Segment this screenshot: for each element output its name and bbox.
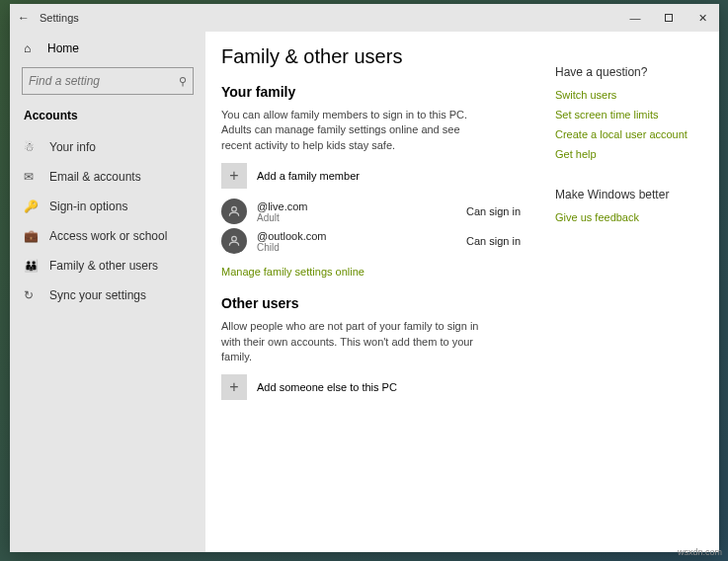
sidebar-item-signin-options[interactable]: 🔑 Sign-in options: [10, 192, 205, 221]
sidebar-item-email-accounts[interactable]: ✉ Email & accounts: [10, 162, 205, 192]
home-label: Home: [47, 41, 79, 55]
avatar-icon: [221, 228, 247, 254]
maximize-button[interactable]: [652, 4, 686, 32]
search-icon: ⚲: [179, 75, 187, 88]
content: Family & other users Your family You can…: [221, 45, 555, 538]
sidebar-item-family-other-users[interactable]: 👪 Family & other users: [10, 251, 205, 280]
help-panel: Have a question? Switch users Set screen…: [555, 45, 703, 538]
main-area: Family & other users Your family You can…: [205, 32, 719, 552]
other-users-desc: Allow people who are not part of your fa…: [221, 319, 488, 364]
family-member-row[interactable]: @outlook.com Child Can sign in: [221, 228, 545, 254]
key-icon: 🔑: [24, 200, 38, 213]
have-question-heading: Have a question?: [555, 65, 703, 79]
add-other-user-button[interactable]: + Add someone else to this PC: [221, 374, 545, 400]
svg-point-1: [232, 237, 237, 242]
member-info: @outlook.com Child: [257, 230, 466, 253]
plus-icon: +: [221, 163, 247, 189]
your-family-heading: Your family: [221, 84, 545, 100]
member-status: Can sign in: [466, 205, 545, 217]
body: ⌂ Home ⚲ Accounts ☃ Your info ✉ Email & …: [10, 32, 719, 552]
help-link-screen-time[interactable]: Set screen time limits: [555, 109, 703, 120]
family-icon: 👪: [24, 259, 38, 273]
settings-window: ← Settings — ✕ ⌂ Home ⚲ Accounts ☃ Your …: [10, 4, 719, 552]
back-button[interactable]: ←: [10, 11, 38, 25]
help-link-get-help[interactable]: Get help: [555, 148, 703, 160]
sidebar-item-label: Sign-in options: [49, 200, 127, 213]
page-title: Family & other users: [221, 45, 545, 68]
user-icon: ☃: [24, 140, 38, 154]
member-info: @live.com Adult: [257, 200, 466, 223]
mail-icon: ✉: [24, 170, 38, 184]
manage-family-link[interactable]: Manage family settings online: [221, 266, 364, 278]
briefcase-icon: 💼: [24, 229, 38, 243]
sidebar-item-label: Your info: [49, 140, 96, 154]
titlebar: ← Settings — ✕: [10, 4, 719, 32]
sidebar-item-label: Email & accounts: [49, 170, 141, 184]
sidebar-item-label: Family & other users: [49, 259, 158, 273]
sync-icon: ↻: [24, 288, 38, 302]
sidebar-item-label: Sync your settings: [49, 288, 146, 302]
search-input[interactable]: [29, 74, 179, 88]
home-link[interactable]: ⌂ Home: [10, 36, 205, 61]
sidebar: ⌂ Home ⚲ Accounts ☃ Your info ✉ Email & …: [10, 32, 205, 552]
category-heading: Accounts: [10, 105, 205, 132]
window-controls: — ✕: [618, 4, 719, 32]
close-button[interactable]: ✕: [686, 4, 719, 32]
home-icon: ⌂: [24, 41, 38, 55]
avatar-icon: [221, 199, 247, 224]
sidebar-item-sync-settings[interactable]: ↻ Sync your settings: [10, 280, 205, 310]
sidebar-item-label: Access work or school: [49, 229, 167, 243]
your-family-desc: You can allow family members to sign in …: [221, 108, 488, 153]
sidebar-item-your-info[interactable]: ☃ Your info: [10, 132, 205, 162]
feedback-link[interactable]: Give us feedback: [555, 211, 703, 223]
sidebar-item-access-work-school[interactable]: 💼 Access work or school: [10, 221, 205, 251]
make-better-heading: Make Windows better: [555, 188, 703, 201]
add-family-label: Add a family member: [257, 170, 360, 182]
window-title: Settings: [40, 12, 79, 24]
help-link-local-account[interactable]: Create a local user account: [555, 128, 703, 140]
add-other-label: Add someone else to this PC: [257, 381, 397, 393]
minimize-button[interactable]: —: [618, 4, 652, 32]
search-box[interactable]: ⚲: [22, 67, 194, 95]
member-email: @live.com: [257, 200, 466, 212]
help-link-switch-users[interactable]: Switch users: [555, 89, 703, 101]
member-status: Can sign in: [466, 235, 545, 247]
add-family-member-button[interactable]: + Add a family member: [221, 163, 545, 189]
member-role: Adult: [257, 212, 466, 223]
plus-icon: +: [221, 374, 247, 400]
member-email: @outlook.com: [257, 230, 466, 242]
other-users-heading: Other users: [221, 295, 545, 311]
watermark: wsxdn.com: [678, 547, 722, 557]
family-member-row[interactable]: @live.com Adult Can sign in: [221, 199, 545, 224]
svg-point-0: [232, 207, 237, 212]
member-role: Child: [257, 242, 466, 253]
